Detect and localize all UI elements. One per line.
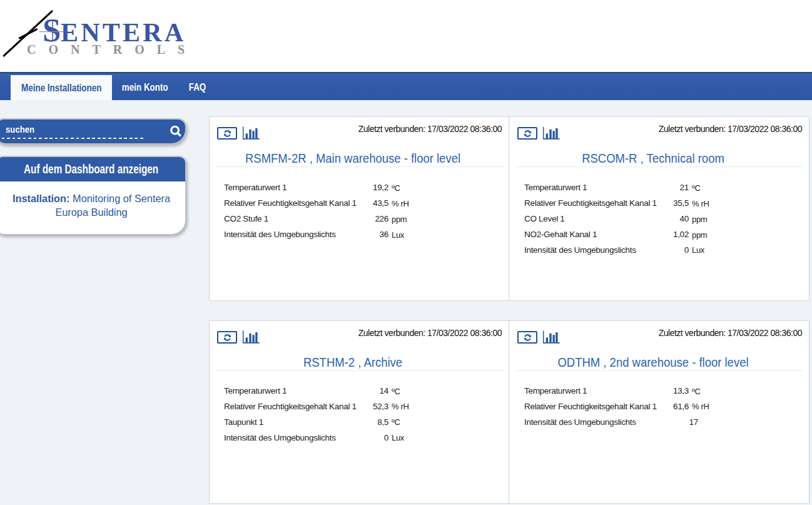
svg-text:CONTROLS: CONTROLS xyxy=(27,43,197,56)
